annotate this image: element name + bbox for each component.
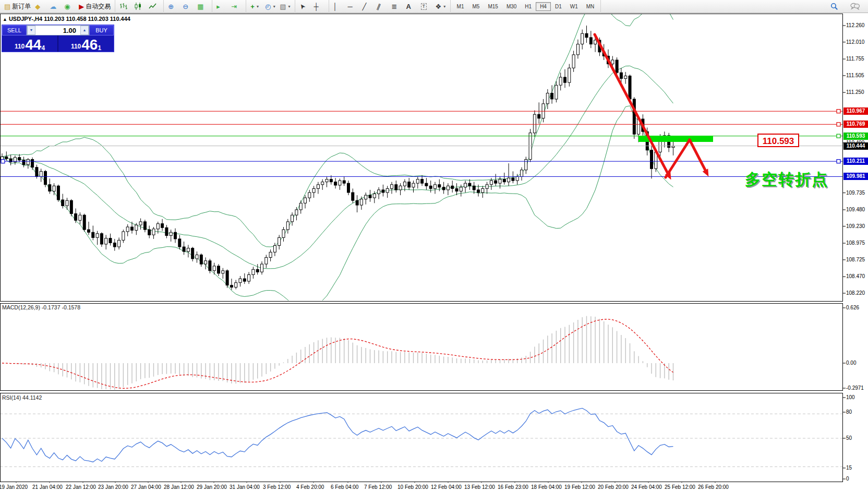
axis-tick-label: 100 (846, 394, 855, 400)
chart-plot-area[interactable] (0, 0, 868, 492)
macd-indicator-label: MACD(12,26,9) -0.1737 -0.1578 (2, 304, 80, 310)
price-tick-label: 108.975 (846, 240, 868, 246)
time-tick-label: 20 Feb 20:00 (598, 484, 629, 490)
time-tick-label: 12 Feb 04:00 (431, 484, 462, 490)
time-tick-label: 29 Jan 20:00 (197, 484, 227, 490)
price-badge: 109.981 (843, 173, 868, 180)
buy-price[interactable]: 110 46 1 (58, 35, 114, 52)
time-tick-label: 27 Jan 04:00 (131, 484, 161, 490)
time-tick-label: 4 Feb 20:00 (296, 484, 324, 490)
price-badge: 110.593 (843, 133, 868, 140)
price-tick-label: 112.010 (846, 39, 868, 45)
time-tick-label: 21 Jan 04:00 (32, 484, 63, 490)
time-tick-label: 28 Jan 12:00 (164, 484, 194, 490)
chart-header: ▲USDJPY-,H4 110.203 110.458 110.203 110.… (3, 16, 130, 22)
price-tick-label: 108.725 (846, 257, 868, 262)
sell-button[interactable]: SELL (2, 25, 27, 35)
volume-increase-button[interactable]: ▲ (80, 26, 89, 35)
time-tick-label: 3 Feb 12:00 (263, 484, 291, 490)
price-callout-box[interactable]: 110.593 (757, 134, 799, 147)
sell-price[interactable]: 110 44 4 (2, 35, 57, 52)
price-tick-label: 109.480 (846, 207, 868, 212)
time-tick-label: 19 Jan 2020 (0, 484, 28, 490)
volume-control: ▼ ▲ (27, 25, 89, 35)
terminal-window: ▤新订单◆☁◉▶自动交易⊕⊖▦▸⇥+▾◴▾▧▾➤┼│─╱∥≣AT❖▾M1M5M1… (0, 0, 868, 492)
buy-price-big: 46 (81, 39, 98, 51)
sell-price-pip: 4 (41, 45, 45, 51)
buy-button[interactable]: BUY (89, 25, 114, 35)
time-tick-label: 13 Feb 12:00 (464, 484, 495, 490)
axis-tick-label: 50 (846, 435, 852, 441)
price-tick-label: 111.505 (846, 73, 868, 78)
rsi-indicator-label: RSI(14) 44.1142 (2, 394, 42, 401)
symbol-arrow-icon: ▲ (3, 17, 7, 22)
time-tick-label: 23 Jan 20:00 (98, 484, 128, 490)
volume-decrease-button[interactable]: ▼ (27, 26, 35, 35)
time-tick-label: 16 Feb 23:00 (498, 484, 528, 490)
time-tick-label: 7 Feb 12:00 (364, 484, 392, 490)
time-tick-label: 19 Feb 12:00 (564, 484, 595, 490)
price-tick-label: 112.260 (846, 22, 868, 28)
buy-price-prefix: 110 (71, 43, 81, 50)
time-tick-label: 10 Feb 20:00 (397, 484, 428, 490)
time-tick-label: 6 Feb 04:00 (331, 484, 358, 490)
price-badge: 110.967 (843, 107, 868, 115)
axis-tick-label: 0.626 (846, 305, 859, 310)
time-tick-label: 25 Feb 12:00 (665, 484, 695, 490)
axis-tick-label: -0.2971 (846, 385, 864, 391)
axis-tick-label: 0.00 (846, 360, 856, 366)
time-tick-label: 18 Feb 04:00 (531, 484, 562, 490)
time-tick-label: 24 Feb 04:00 (631, 484, 662, 490)
buy-price-pip: 1 (98, 45, 101, 51)
time-tick-label: 31 Jan 04:00 (230, 484, 260, 490)
price-tick-label: 109.230 (846, 223, 868, 229)
price-tick-label: 109.735 (846, 190, 868, 196)
one-click-trading-panel: SELL ▼ ▲ BUY 110 44 4 110 46 1 (2, 25, 114, 52)
axis-tick-label: 80 (846, 409, 852, 415)
time-tick-label: 26 Feb 20:00 (698, 484, 729, 490)
volume-input[interactable] (35, 26, 80, 35)
price-tick-label: 111.755 (846, 56, 868, 62)
price-tick-label: 108.220 (846, 290, 868, 296)
turning-point-note[interactable]: 多空转折点 (745, 169, 828, 190)
axis-tick-label: 0 (846, 476, 849, 482)
price-badge: 110.444 (843, 142, 868, 150)
sell-price-prefix: 110 (15, 43, 25, 50)
price-badge: 110.769 (843, 121, 868, 128)
price-tick-label: 111.250 (846, 89, 868, 95)
time-tick-label: 22 Jan 12:00 (66, 484, 96, 490)
time-axis[interactable]: 19 Jan 202021 Jan 04:0022 Jan 12:0023 Ja… (0, 483, 868, 492)
sell-price-big: 44 (25, 39, 41, 51)
chart-header-text: USDJPY-,H4 110.203 110.458 110.203 110.4… (9, 16, 130, 22)
price-badge: 110.211 (843, 158, 868, 165)
price-tick-label: 108.470 (846, 273, 868, 279)
axis-tick-label: 15 (846, 465, 852, 471)
